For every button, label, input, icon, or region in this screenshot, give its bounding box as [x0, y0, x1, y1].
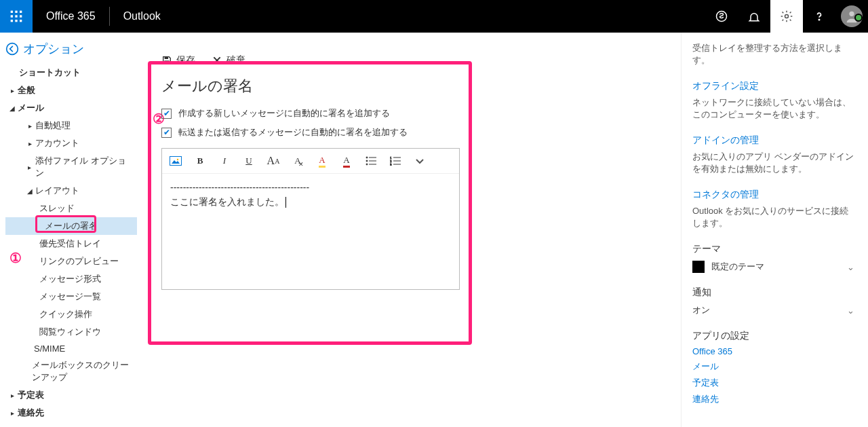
- theme-value: 既定のテーマ: [711, 261, 764, 273]
- svg-rect-5: [20, 15, 22, 17]
- svg-marker-16: [172, 160, 180, 164]
- nav-msg-format[interactable]: メッセージ形式: [5, 270, 137, 288]
- nav-msg-list[interactable]: メッセージ一覧: [5, 288, 137, 305]
- app-launcher-button[interactable]: [0, 0, 33, 33]
- appsettings-heading: アプリの設定: [692, 330, 854, 342]
- topbar: Office 365 Outlook: [0, 0, 868, 33]
- svg-rect-15: [165, 61, 170, 64]
- presence-icon: [854, 14, 863, 22]
- svg-point-9: [717, 12, 727, 22]
- svg-point-11: [818, 19, 819, 20]
- theme-swatch-icon: [692, 261, 705, 273]
- svg-rect-3: [11, 15, 13, 17]
- connector-link[interactable]: コネクタの管理: [692, 189, 854, 201]
- app-name-label[interactable]: Outlook: [110, 10, 174, 22]
- svg-text:3: 3: [390, 163, 392, 166]
- nav-shortcuts[interactable]: ショートカット: [5, 64, 137, 81]
- nav-layout[interactable]: ◢レイアウト: [5, 182, 137, 200]
- account-button[interactable]: [835, 5, 868, 27]
- settings-icon[interactable]: [770, 0, 803, 33]
- addin-desc: お気に入りのアプリ ベンダーのアドインを有効または無効にします。: [692, 151, 854, 175]
- sig-text: ここに署名を入れました。: [170, 196, 286, 207]
- svg-rect-1: [15, 11, 17, 13]
- help-icon[interactable]: [803, 0, 835, 33]
- notifications-icon[interactable]: [738, 0, 770, 33]
- nav-priority-inbox[interactable]: 優先受信トレイ: [5, 235, 137, 253]
- clear-format-icon[interactable]: A✕: [291, 154, 304, 168]
- offline-link[interactable]: オフライン設定: [692, 80, 854, 92]
- nav-auto[interactable]: ▸自動処理: [5, 117, 137, 134]
- more-icon[interactable]: [413, 154, 427, 168]
- number-list-icon[interactable]: 123: [389, 154, 402, 168]
- brand-label[interactable]: Office 365: [33, 10, 109, 22]
- svg-point-18: [366, 157, 368, 158]
- discard-button[interactable]: 破棄: [212, 54, 245, 67]
- svg-point-12: [849, 12, 854, 16]
- notif-value: オン: [692, 304, 710, 316]
- checkbox-new-msg[interactable]: ✔: [161, 109, 172, 119]
- sig-divider: ----------------------------------------…: [170, 181, 451, 195]
- theme-heading: テーマ: [692, 243, 854, 255]
- nav-link-preview[interactable]: リンクのプレビュー: [5, 253, 137, 270]
- svg-point-17: [177, 159, 178, 160]
- nav-general[interactable]: ▸全般: [5, 81, 137, 99]
- svg-rect-7: [15, 20, 17, 22]
- nav-thread[interactable]: スレッド: [5, 200, 137, 217]
- main-panel: 保存 破棄 メールの署名 ✔ 作成する新しいメッセージに自動的に署名を追加する …: [142, 33, 681, 427]
- nav-mail[interactable]: ◢メール: [5, 99, 137, 117]
- organize-desc: 受信トレイを整理する方法を選択します。: [692, 42, 854, 67]
- chevron-down-icon: ⌄: [847, 262, 854, 272]
- svg-point-20: [366, 160, 368, 162]
- signature-textarea[interactable]: ----------------------------------------…: [162, 174, 459, 289]
- nav-contacts[interactable]: ▸連絡先: [5, 404, 137, 422]
- highlight-icon[interactable]: A: [315, 154, 329, 168]
- checkbox-reply-msg[interactable]: ✔: [161, 128, 172, 138]
- app-link-contacts[interactable]: 連絡先: [692, 393, 854, 405]
- fontsize-icon[interactable]: AA: [267, 154, 280, 168]
- insert-image-icon[interactable]: [169, 154, 182, 168]
- settings-panel: 受信トレイを整理する方法を選択します。 オフライン設定 ネットワークに接続してい…: [681, 33, 868, 427]
- svg-rect-14: [165, 57, 168, 59]
- nav-cleanup[interactable]: メールボックスのクリーンアップ: [5, 356, 137, 386]
- addin-link[interactable]: アドインの管理: [692, 134, 854, 147]
- nav-reading[interactable]: 閲覧ウィンドウ: [5, 323, 137, 341]
- font-color-icon[interactable]: A: [340, 154, 353, 168]
- checkbox-reply-msg-label: 転送または返信するメッセージに自動的に署名を追加する: [178, 126, 408, 138]
- app-link-mail[interactable]: メール: [692, 360, 854, 373]
- chevron-down-icon: ⌄: [847, 305, 854, 316]
- save-label: 保存: [176, 54, 195, 67]
- svg-point-13: [7, 43, 18, 55]
- svg-rect-0: [11, 11, 13, 13]
- svg-rect-6: [11, 20, 13, 22]
- theme-selector[interactable]: 既定のテーマ ⌄: [692, 261, 854, 273]
- notif-heading: 通知: [692, 286, 854, 299]
- svg-rect-4: [15, 15, 17, 17]
- checkbox-new-msg-label: 作成する新しいメッセージに自動的に署名を追加する: [178, 107, 390, 119]
- back-button[interactable]: オプション: [5, 41, 137, 57]
- svg-point-22: [366, 164, 368, 165]
- nav-quick[interactable]: クイック操作: [5, 305, 137, 323]
- editor-toolbar: B I U AA A✕ A A 123: [162, 149, 459, 174]
- bullet-list-icon[interactable]: [364, 154, 378, 168]
- underline-icon[interactable]: U: [242, 154, 256, 168]
- app-link-o365[interactable]: Office 365: [692, 346, 854, 356]
- options-sidebar: オプション ショートカット ▸全般 ◢メール ▸自動処理 ▸アカウント ▸添付フ…: [0, 33, 142, 427]
- app-link-calendar[interactable]: 予定表: [692, 377, 854, 389]
- save-button[interactable]: 保存: [161, 54, 195, 67]
- annotation-1: ①: [9, 250, 22, 266]
- notif-selector[interactable]: オン ⌄: [692, 304, 854, 316]
- nav-signature[interactable]: メールの署名: [5, 217, 137, 235]
- back-label: オプション: [23, 41, 84, 57]
- bold-icon[interactable]: B: [193, 154, 207, 168]
- signature-editor: B I U AA A✕ A A 123 --------------------…: [161, 148, 460, 290]
- nav-smime[interactable]: S/MIME: [5, 341, 137, 356]
- nav-calendar[interactable]: ▸予定表: [5, 386, 137, 404]
- svg-point-10: [785, 15, 789, 18]
- nav-account[interactable]: ▸アカウント: [5, 134, 137, 152]
- page-title: メールの署名: [161, 76, 462, 96]
- skype-icon[interactable]: [705, 0, 738, 33]
- svg-rect-8: [20, 20, 22, 22]
- italic-icon[interactable]: I: [218, 154, 231, 168]
- nav-attach[interactable]: ▸添付ファイル オプション: [5, 152, 137, 182]
- offline-desc: ネットワークに接続していない場合は、このコンピューターを使います。: [692, 96, 854, 121]
